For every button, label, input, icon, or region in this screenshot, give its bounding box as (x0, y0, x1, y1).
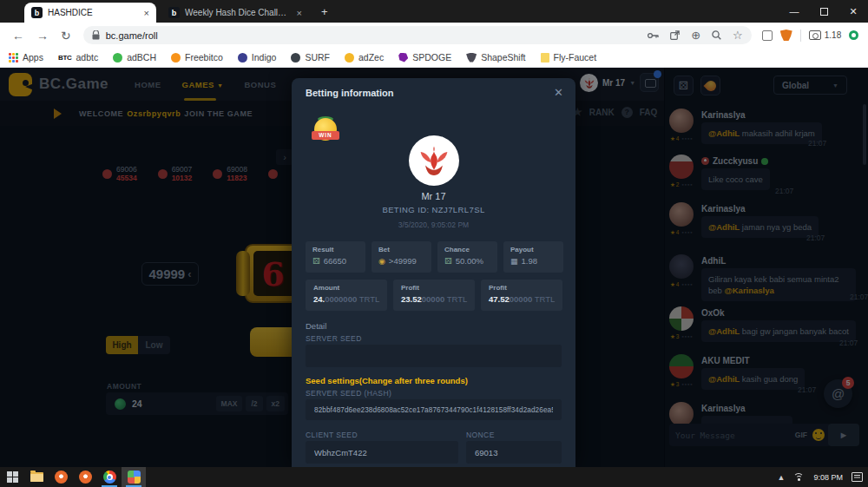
action-center-icon[interactable] (852, 472, 863, 482)
tray-expand-icon[interactable]: ▲ (778, 473, 786, 482)
maximize-icon (820, 8, 828, 16)
win-ribbon: WIN (312, 131, 339, 140)
active-app-icon[interactable] (122, 467, 146, 487)
bcgame-favicon: b (168, 7, 180, 18)
bookmark-freebitco[interactable]: Freebitco (171, 52, 223, 63)
dice-icon: ⚄ (444, 256, 452, 266)
refresh-icon[interactable]: ↻ (61, 29, 71, 43)
zoom-icon[interactable] (712, 30, 721, 40)
dice-icon: ⚄ (312, 256, 320, 266)
key-icon[interactable] (648, 32, 659, 39)
server-seed-box[interactable] (306, 345, 562, 367)
nonce-box (466, 441, 562, 464)
metamask-icon[interactable] (780, 30, 792, 41)
server-seed-label: SERVER SEED (306, 334, 362, 343)
open-in-new-icon[interactable] (670, 30, 680, 40)
btc-text-icon: BTC (58, 54, 72, 62)
server-seed-hash-box (306, 399, 562, 420)
window-minimize-button[interactable]: — (779, 0, 809, 23)
bet-date: 3/5/2020, 9:05:02 PM (292, 220, 575, 229)
bookmark-adzec[interactable]: adZec (345, 52, 384, 63)
bet-amounts-row: Amount 24.0000000 TRTL Profit 23.5200000… (306, 280, 562, 311)
windows-taskbar: ▲ 9:08 PM (0, 467, 868, 487)
window-maximize-button[interactable] (809, 0, 838, 23)
bookmarks-bar: Apps BTC adbtc adBCH Freebitco Indigo SU… (0, 48, 868, 68)
lock-icon (92, 30, 100, 40)
cards-icon: ▦ (510, 257, 518, 266)
bookmark-indigo[interactable]: Indigo (238, 52, 277, 63)
bookmark-star-icon[interactable]: ☆ (733, 29, 743, 42)
window-close-button[interactable]: ✕ (838, 0, 868, 23)
extension-cube-icon[interactable] (762, 30, 773, 41)
tab-close-icon[interactable]: × (297, 8, 302, 18)
stat-result: Result ⚄66650 (306, 241, 365, 273)
profit-card: Profit 23.5200000 TRTL (393, 280, 475, 311)
extension-green-icon[interactable] (849, 30, 858, 40)
client-seed-box (306, 441, 458, 464)
fly-faucet-icon (541, 53, 549, 63)
tab-close-icon[interactable]: × (144, 8, 149, 18)
app-orange-icon[interactable] (73, 467, 97, 487)
tab-title: Weekly Hash Dice Challenge - Se (185, 8, 292, 17)
betting-id: BETING ID: NZJ7LRL7SL (292, 205, 575, 214)
adzec-icon (345, 53, 354, 63)
apps-grid-icon (9, 53, 18, 63)
forward-icon[interactable]: → (36, 29, 49, 43)
bookmark-adbtc[interactable]: BTC adbtc (58, 52, 98, 63)
new-tab-button[interactable]: + (321, 5, 328, 18)
player-name: Mr 17 (292, 191, 575, 201)
detail-label: Detail (306, 321, 326, 331)
price-ticker-extension[interactable]: 1.18 (809, 30, 841, 40)
stat-payout: Payout ▦1.98 (503, 241, 563, 273)
bookmark-spdoge[interactable]: SPDOGE (398, 52, 451, 63)
browser-navbar: ← → ↻ bc.game/roll ⊕ ☆ 1.18 (0, 23, 868, 48)
chrome-taskbar-icon[interactable] (97, 467, 122, 487)
tab-title: HASHDICE (48, 8, 139, 17)
bookmark-apps[interactable]: Apps (9, 52, 43, 63)
extensions-area: 1.18 (762, 30, 858, 42)
coin-icon: ◉ (378, 257, 385, 266)
back-icon[interactable]: ← (12, 29, 24, 43)
taskbar-clock[interactable]: 9:08 PM (813, 473, 843, 482)
spdoge-icon (398, 53, 408, 63)
stat-bet: Bet ◉>49999 (372, 241, 431, 273)
close-icon[interactable]: ✕ (554, 86, 563, 99)
tab-weekly-challenge[interactable]: b Weekly Hash Dice Challenge - Se × (161, 3, 309, 23)
betting-info-modal: Betting information ✕ WIN Mr 17 BETING I… (292, 78, 575, 467)
adbch-icon (113, 53, 122, 63)
tab-hashdice[interactable]: b HASHDICE × (24, 3, 156, 23)
bookmark-fly-faucet[interactable]: Fly-Faucet (541, 52, 597, 63)
client-seed-input[interactable] (306, 441, 458, 464)
file-explorer-icon[interactable] (24, 467, 49, 487)
client-seed-label: CLIENT SEED (306, 431, 358, 439)
surf-icon (291, 53, 300, 63)
bookmark-surf[interactable]: SURF (291, 52, 330, 63)
server-seed-hash-input[interactable] (306, 399, 562, 420)
bcgame-favicon: b (31, 7, 43, 18)
ticker-value: 1.18 (825, 30, 841, 40)
modal-title: Betting information (306, 88, 393, 98)
app-orange-icon[interactable] (49, 467, 73, 487)
nonce-input[interactable] (466, 441, 562, 464)
bcgame-page: BC.Game HOME GAMES ▼ BONUS AFFILIATE FOR… (0, 68, 868, 467)
wifi-icon[interactable] (793, 473, 805, 482)
amount-card: Amount 24.0000000 TRTL (306, 280, 387, 311)
divider (800, 30, 801, 42)
nonce-label: NONCE (466, 431, 495, 439)
win-badge: WIN (311, 116, 340, 144)
phoenix-icon (415, 141, 453, 180)
url-text: bc.game/roll (106, 30, 648, 41)
add-circle-icon[interactable]: ⊕ (691, 29, 700, 42)
bookmark-shapeshift[interactable]: ShapeShift (466, 52, 525, 63)
bookmark-adbch[interactable]: adBCH (113, 52, 156, 63)
start-button[interactable] (0, 467, 24, 487)
system-tray: ▲ 9:08 PM (778, 467, 863, 487)
seed-settings-label: Seed settings(Change after three rounds) (306, 376, 468, 385)
stat-chance: Chance ⚄50.00% (437, 241, 497, 273)
address-bar[interactable]: bc.game/roll ⊕ ☆ (83, 26, 752, 44)
player-avatar[interactable] (409, 135, 459, 186)
browser-tabstrip: b HASHDICE × b Weekly Hash Dice Challeng… (0, 0, 868, 23)
ticker-icon (809, 30, 821, 40)
shapeshift-icon (466, 53, 477, 63)
bet-stats-row: Result ⚄66650 Bet ◉>49999 Chance ⚄50.00%… (306, 241, 563, 273)
